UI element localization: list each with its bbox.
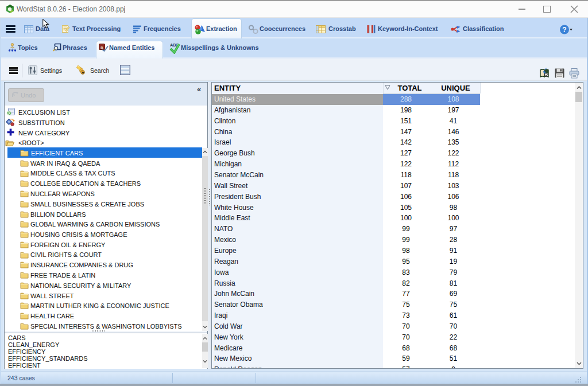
svg-text:?: ? [562, 26, 566, 34]
svg-text:a: a [100, 45, 103, 50]
